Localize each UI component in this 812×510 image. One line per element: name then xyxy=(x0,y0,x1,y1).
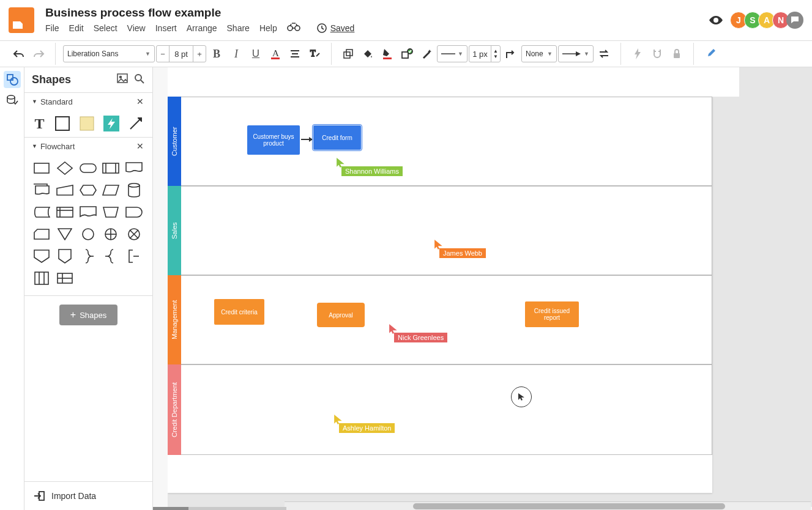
shape-predefined[interactable] xyxy=(102,161,119,176)
node-credit-criteria[interactable]: Credit criteria xyxy=(214,299,264,325)
menu-file[interactable]: File xyxy=(45,23,59,33)
highlight-button[interactable] xyxy=(378,45,397,63)
menu-arrange[interactable]: Arrange xyxy=(187,23,217,33)
page[interactable]: Customer Customer buys product Credit fo… xyxy=(168,97,712,493)
swap-arrows-button[interactable] xyxy=(595,45,613,63)
image-icon[interactable] xyxy=(117,73,128,86)
menu-view[interactable]: View xyxy=(127,23,146,33)
shape-stored[interactable] xyxy=(33,205,50,220)
node-approval[interactable]: Approval xyxy=(317,303,365,327)
shape-data[interactable] xyxy=(102,183,119,198)
search-icon[interactable] xyxy=(134,73,145,86)
shape-or[interactable] xyxy=(102,227,119,242)
shape-card[interactable] xyxy=(33,227,50,242)
fill-color-button[interactable] xyxy=(339,45,357,63)
line-style-select[interactable]: ▼ xyxy=(437,45,467,62)
close-icon[interactable]: ✕ xyxy=(135,141,145,151)
settings-icon[interactable] xyxy=(701,45,720,63)
bold-button[interactable]: B xyxy=(207,45,226,63)
close-icon[interactable]: ✕ xyxy=(135,97,145,106)
paint-bucket-button[interactable] xyxy=(359,45,377,63)
shape-document[interactable] xyxy=(125,161,143,176)
shape-multidoc[interactable] xyxy=(33,183,50,198)
italic-button[interactable]: I xyxy=(227,45,245,63)
data-panel-tab[interactable] xyxy=(4,92,21,109)
shape-manual-op[interactable] xyxy=(102,205,119,220)
clear-format-button[interactable]: T xyxy=(305,45,324,63)
bolt-shape[interactable] xyxy=(103,115,119,132)
font-size-value[interactable]: 8 pt xyxy=(169,46,193,62)
node-credit-issued[interactable]: Credit issued report xyxy=(525,301,579,327)
arrow-1[interactable] xyxy=(301,139,312,140)
font-family-select[interactable]: Liberation Sans▼ xyxy=(63,45,155,62)
page-tab-bar[interactable] xyxy=(188,507,286,510)
underline-button[interactable]: U xyxy=(247,45,265,63)
node-customer-buys[interactable]: Customer buys product xyxy=(247,125,300,155)
shape-seq[interactable] xyxy=(80,205,97,220)
shape-delay[interactable] xyxy=(125,205,143,220)
shape-brace-l[interactable] xyxy=(102,249,119,264)
shapes-panel-tab[interactable] xyxy=(4,71,21,88)
page-tab-indicator[interactable] xyxy=(153,507,188,510)
undo-button[interactable] xyxy=(10,45,28,63)
note-shape[interactable] xyxy=(79,115,95,132)
scrollbar-thumb[interactable] xyxy=(413,503,725,509)
menu-help[interactable]: Help xyxy=(259,23,277,33)
import-data-button[interactable]: Import Data xyxy=(24,481,152,510)
redo-button[interactable] xyxy=(29,45,48,63)
connector-button[interactable] xyxy=(502,45,520,63)
app-logo[interactable] xyxy=(9,7,34,33)
section-standard[interactable]: ▼Standard ✕ xyxy=(24,93,152,110)
lock-button[interactable] xyxy=(668,45,686,63)
apply-style-button[interactable] xyxy=(398,45,416,63)
align-button[interactable] xyxy=(286,45,304,63)
shape-terminator[interactable] xyxy=(80,161,97,176)
shape-connector[interactable] xyxy=(80,227,97,242)
menu-edit[interactable]: Edit xyxy=(69,23,84,33)
shape-internal[interactable] xyxy=(56,205,73,220)
node-credit-form[interactable]: Credit form xyxy=(313,125,361,150)
menu-insert[interactable]: Insert xyxy=(155,23,177,33)
lane-management[interactable]: Management Credit criteria Approval Cred… xyxy=(168,275,712,364)
shape-preparation[interactable] xyxy=(80,183,97,198)
add-shapes-button[interactable]: + Shapes xyxy=(59,305,117,325)
shape-process[interactable] xyxy=(33,161,50,176)
shape-table[interactable] xyxy=(56,271,73,286)
bolt-button[interactable] xyxy=(628,45,647,63)
lane-credit-dept[interactable]: Credit Department xyxy=(168,364,712,455)
menu-select[interactable]: Select xyxy=(94,23,117,33)
text-shape[interactable]: T xyxy=(33,115,46,132)
preview-icon[interactable] xyxy=(707,12,724,29)
line-width-up[interactable]: ▲ xyxy=(491,48,500,54)
shape-brace-r[interactable] xyxy=(80,249,97,264)
comments-icon[interactable] xyxy=(786,12,803,29)
shape-database[interactable] xyxy=(125,183,143,198)
shape-extract[interactable] xyxy=(56,227,73,242)
rect-shape[interactable] xyxy=(54,115,70,132)
document-title[interactable]: Business process flow example xyxy=(45,6,707,20)
arrow-end-select[interactable]: ▼ xyxy=(558,45,594,62)
font-size-increase[interactable]: + xyxy=(193,50,206,59)
line-width-value[interactable]: 1 px xyxy=(469,46,491,62)
arrow-start-select[interactable]: None▼ xyxy=(521,45,557,62)
shape-table3[interactable] xyxy=(33,271,50,286)
shape-decision[interactable] xyxy=(56,161,73,176)
magnet-button[interactable] xyxy=(648,45,666,63)
shape-offpage[interactable] xyxy=(33,249,50,264)
magic-button[interactable] xyxy=(417,45,436,63)
shape-note[interactable] xyxy=(125,249,143,264)
lane-customer[interactable]: Customer Customer buys product Credit fo… xyxy=(168,97,712,186)
shape-offpage2[interactable] xyxy=(56,249,73,264)
lane-sales[interactable]: Sales xyxy=(168,186,712,275)
shape-sum[interactable] xyxy=(125,227,143,242)
arrow-shape[interactable] xyxy=(128,115,144,132)
font-size-decrease[interactable]: − xyxy=(157,50,169,59)
section-flowchart[interactable]: ▼Flowchart ✕ xyxy=(24,138,152,155)
canvas-viewport[interactable]: Customer Customer buys product Credit fo… xyxy=(168,67,812,507)
binoculars-icon[interactable] xyxy=(287,21,300,34)
horizontal-scrollbar[interactable] xyxy=(285,501,811,510)
menu-share[interactable]: Share xyxy=(227,23,250,33)
text-color-button[interactable]: A xyxy=(266,45,285,63)
save-status[interactable]: Saved xyxy=(316,23,355,34)
shape-manual-input[interactable] xyxy=(56,183,73,198)
